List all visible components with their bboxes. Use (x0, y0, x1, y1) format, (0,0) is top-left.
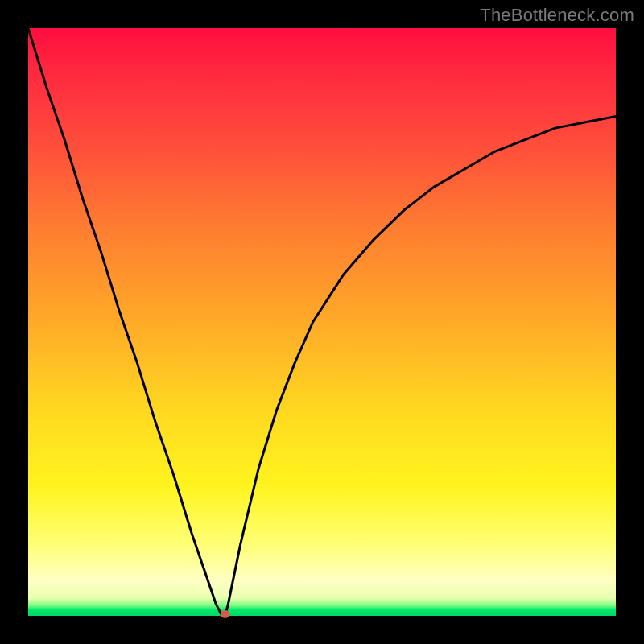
curve-svg (28, 28, 616, 616)
bottleneck-curve (28, 28, 616, 616)
plot-area (28, 28, 616, 616)
minimum-marker (221, 610, 230, 618)
watermark-text: TheBottleneck.com (480, 5, 634, 26)
chart-container: TheBottleneck.com (0, 0, 644, 644)
